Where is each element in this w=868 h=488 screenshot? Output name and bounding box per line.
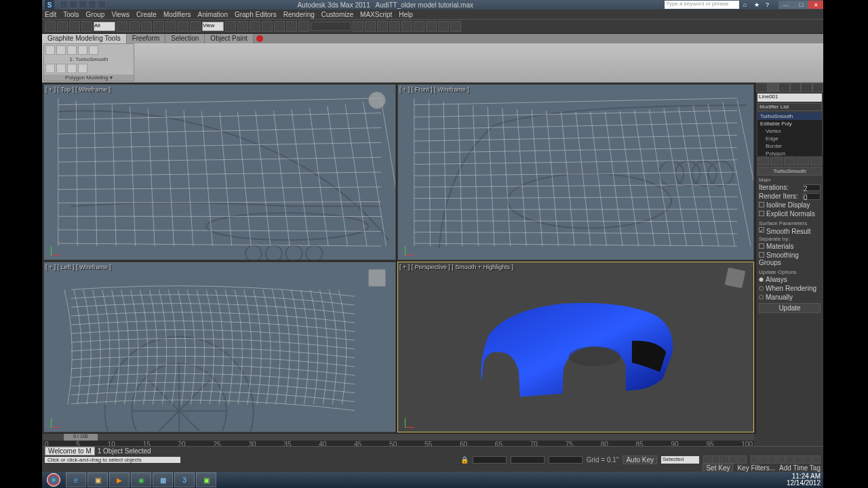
snap-icon[interactable] bbox=[250, 21, 260, 32]
next-frame-icon[interactable] bbox=[730, 455, 738, 464]
x-coord-input[interactable] bbox=[473, 456, 507, 464]
record-icon[interactable] bbox=[256, 35, 263, 42]
time-slider-thumb[interactable]: 0 / 100 bbox=[64, 434, 98, 441]
qat-new-icon[interactable] bbox=[60, 1, 68, 9]
material-editor-icon[interactable] bbox=[414, 21, 425, 32]
search-input[interactable]: Type a keyword or phrase bbox=[665, 1, 739, 9]
maximize-viewport-icon[interactable] bbox=[812, 455, 821, 464]
cp-tab-utilities-icon[interactable] bbox=[812, 83, 824, 92]
pan-icon[interactable] bbox=[795, 455, 803, 464]
always-radio[interactable] bbox=[759, 277, 764, 282]
menu-tools[interactable]: Tools bbox=[63, 11, 79, 18]
infocenter-icon[interactable]: ⌂ bbox=[743, 1, 751, 9]
render-setup-icon[interactable] bbox=[426, 21, 437, 32]
ribbon-tab-selection[interactable]: Selection bbox=[165, 34, 205, 43]
stack-subitem[interactable]: Border bbox=[757, 142, 822, 150]
orbit-icon[interactable] bbox=[804, 455, 812, 464]
cp-tab-modify-icon[interactable] bbox=[768, 83, 779, 92]
rotate-icon[interactable] bbox=[178, 21, 189, 32]
cp-tab-hierarchy-icon[interactable] bbox=[778, 83, 790, 92]
preview-icon[interactable] bbox=[45, 64, 55, 73]
repeat-icon[interactable] bbox=[56, 64, 66, 73]
percent-snap-icon[interactable] bbox=[274, 21, 285, 32]
keyfilters-button[interactable]: Key Filters... bbox=[737, 464, 775, 472]
taskbar-media-icon[interactable]: ▶ bbox=[109, 472, 130, 487]
rollout-header[interactable]: TurboSmooth bbox=[757, 167, 822, 176]
cp-tab-motion-icon[interactable] bbox=[790, 83, 802, 92]
keymode-select[interactable]: Selected bbox=[661, 456, 699, 464]
stack-subitem[interactable]: Edge bbox=[757, 135, 822, 142]
fov-icon[interactable] bbox=[786, 455, 794, 464]
viewcube-icon[interactable] bbox=[725, 268, 746, 289]
taskbar-3dsmax-icon[interactable]: 3 bbox=[174, 472, 195, 487]
viewport-top[interactable]: [ + ] [ Top ] [ Wireframe ] bbox=[43, 84, 396, 260]
y-coord-input[interactable] bbox=[511, 456, 545, 464]
time-slider[interactable]: 0 / 100 bbox=[43, 434, 754, 441]
stack-subitem[interactable]: Vertex bbox=[757, 127, 822, 135]
make-unique-icon[interactable] bbox=[784, 157, 795, 165]
remove-modifier-icon[interactable] bbox=[797, 157, 808, 165]
viewcube-icon[interactable] bbox=[368, 269, 386, 287]
start-button[interactable] bbox=[42, 472, 65, 488]
schematic-icon[interactable] bbox=[401, 21, 412, 32]
viewport-label[interactable]: [ + ] [ Front ] [ Wireframe ] bbox=[399, 86, 469, 93]
select-region-icon[interactable] bbox=[141, 21, 152, 32]
scale-icon[interactable] bbox=[190, 21, 201, 32]
cp-tab-create-icon[interactable] bbox=[756, 83, 768, 92]
addtimetag-button[interactable]: Add Time Tag bbox=[779, 464, 821, 472]
update-button[interactable]: Update bbox=[759, 303, 821, 313]
select-name-icon[interactable] bbox=[129, 21, 140, 32]
qat-save-icon[interactable] bbox=[79, 1, 87, 9]
taskbar-app2-icon[interactable]: ▣ bbox=[196, 472, 216, 487]
spinner-snap-icon[interactable] bbox=[286, 21, 297, 32]
taskbar-chrome-icon[interactable]: ◉ bbox=[131, 472, 151, 487]
ribbon-tab-objectpaint[interactable]: Object Paint bbox=[205, 34, 253, 43]
iterations-spinner[interactable]: 2 bbox=[803, 184, 821, 191]
subobj-edge-icon[interactable] bbox=[56, 45, 66, 55]
ribbon-tab-graphite[interactable]: Graphite Modeling Tools bbox=[42, 34, 127, 43]
select-icon[interactable] bbox=[117, 21, 127, 32]
menu-animation[interactable]: Animation bbox=[197, 11, 227, 18]
goto-start-icon[interactable] bbox=[703, 455, 711, 464]
render-iters-spinner[interactable]: 0 bbox=[803, 193, 821, 200]
menu-create[interactable]: Create bbox=[136, 11, 157, 18]
curve-editor-icon[interactable] bbox=[389, 21, 400, 32]
ref-coord-select[interactable]: View bbox=[202, 22, 224, 31]
viewcube-icon[interactable] bbox=[368, 92, 386, 109]
menu-graph-editors[interactable]: Graph Editors bbox=[235, 11, 277, 18]
goto-end-icon[interactable] bbox=[738, 455, 747, 464]
viewport-perspective[interactable]: [ + ] [ Perspective ] [ Smooth + Highlig… bbox=[397, 262, 754, 432]
subobj-vertex-icon[interactable] bbox=[45, 45, 55, 55]
pivot-icon[interactable] bbox=[225, 21, 236, 32]
show-end-result-icon[interactable] bbox=[770, 157, 782, 165]
menu-help[interactable]: Help bbox=[399, 11, 413, 18]
qat-open-icon[interactable] bbox=[69, 1, 77, 9]
menu-rendering[interactable]: Rendering bbox=[283, 11, 315, 18]
menu-group[interactable]: Group bbox=[86, 11, 105, 18]
undo-icon[interactable] bbox=[45, 21, 56, 32]
ignore-icon[interactable] bbox=[78, 64, 87, 73]
taskbar-clock[interactable]: 11:24 AM 12/14/2012 bbox=[787, 473, 821, 487]
mirror-icon[interactable] bbox=[353, 21, 363, 32]
viewport-label[interactable]: [ + ] [ Perspective ] [ Smooth + Highlig… bbox=[399, 264, 513, 270]
smooth-result-checkbox[interactable] bbox=[759, 227, 764, 232]
lock-icon[interactable]: 🔒 bbox=[460, 456, 469, 464]
menu-edit[interactable]: Edit bbox=[45, 11, 56, 18]
viewport-label[interactable]: [ + ] [ Left ] [ Wireframe ] bbox=[45, 264, 111, 270]
star-icon[interactable]: ★ bbox=[754, 1, 762, 9]
maximize-button[interactable]: ☐ bbox=[793, 1, 808, 9]
align-icon[interactable] bbox=[365, 21, 376, 32]
subobj-poly-icon[interactable] bbox=[78, 45, 87, 55]
close-button[interactable]: ✕ bbox=[808, 1, 823, 9]
configure-sets-icon[interactable] bbox=[810, 157, 822, 165]
menu-customize[interactable]: Customize bbox=[321, 11, 353, 18]
isoline-checkbox[interactable] bbox=[759, 202, 764, 207]
zoom-icon[interactable] bbox=[751, 455, 759, 464]
viewport-label[interactable]: [ + ] [ Top ] [ Wireframe ] bbox=[45, 86, 111, 93]
z-coord-input[interactable] bbox=[549, 456, 583, 464]
subobj-border-icon[interactable] bbox=[67, 45, 77, 55]
smoothing-groups-checkbox[interactable] bbox=[759, 252, 764, 258]
render-icon[interactable] bbox=[450, 21, 461, 32]
when-rendering-radio[interactable] bbox=[759, 286, 764, 291]
stack-item[interactable]: TurboSmooth bbox=[757, 113, 822, 120]
